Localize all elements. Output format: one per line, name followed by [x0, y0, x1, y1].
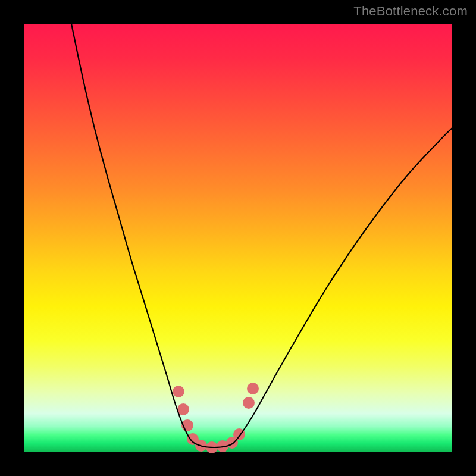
chart-frame: TheBottleneck.com: [0, 0, 476, 476]
curve-marker: [173, 386, 184, 397]
bottleneck-curve: [71, 24, 452, 447]
plot-area: [24, 24, 452, 452]
curve-marker: [247, 383, 259, 394]
curve-svg: [24, 24, 452, 452]
marker-group: [173, 383, 259, 453]
watermark-text: TheBottleneck.com: [353, 4, 468, 19]
curve-marker: [243, 397, 255, 409]
